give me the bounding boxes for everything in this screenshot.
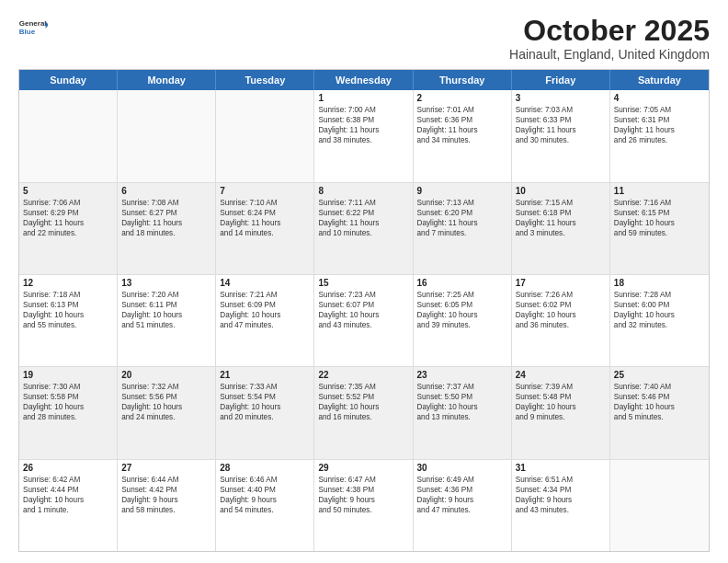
cell-line: Sunset: 6:22 PM	[318, 208, 408, 218]
day-cell-13: 13Sunrise: 7:20 AMSunset: 6:11 PMDayligh…	[118, 275, 216, 366]
weekday-header-thursday: Thursday	[414, 70, 512, 90]
cell-line: Sunset: 6:29 PM	[23, 208, 113, 218]
day-number-3: 3	[516, 93, 606, 103]
cell-line: Daylight: 11 hours	[318, 218, 408, 228]
day-cell-1: 1Sunrise: 7:00 AMSunset: 6:38 PMDaylight…	[314, 90, 413, 181]
cell-line: Sunrise: 7:05 AM	[614, 105, 705, 115]
cell-line: Sunset: 6:31 PM	[614, 115, 705, 125]
cell-line: Sunrise: 6:51 AM	[516, 475, 606, 485]
cell-line: Sunrise: 7:35 AM	[318, 382, 408, 392]
cell-line: and 22 minutes.	[23, 228, 113, 238]
page: General Blue October 2025 Hainault, Engl…	[0, 0, 728, 563]
cell-line: and 39 minutes.	[417, 320, 507, 330]
cell-line: Daylight: 9 hours	[516, 495, 606, 505]
cell-line: Sunrise: 7:01 AM	[417, 105, 507, 115]
cell-line: Daylight: 10 hours	[516, 402, 606, 412]
cell-line: Sunset: 4:40 PM	[220, 485, 310, 495]
cell-line: Sunset: 5:50 PM	[417, 392, 507, 402]
cell-line: Sunrise: 7:25 AM	[417, 290, 507, 300]
cell-line: Daylight: 10 hours	[614, 218, 705, 228]
cell-line: Sunrise: 7:15 AM	[516, 198, 606, 208]
cell-line: Daylight: 10 hours	[417, 310, 507, 320]
cell-line: Sunset: 6:24 PM	[220, 208, 310, 218]
day-cell-26: 26Sunrise: 6:42 AMSunset: 4:44 PMDayligh…	[19, 460, 118, 551]
cell-line: Daylight: 11 hours	[318, 125, 408, 135]
day-number-10: 10	[516, 186, 606, 196]
day-cell-6: 6Sunrise: 7:08 AMSunset: 6:27 PMDaylight…	[118, 183, 216, 274]
day-cell-7: 7Sunrise: 7:10 AMSunset: 6:24 PMDaylight…	[216, 183, 314, 274]
day-number-29: 29	[318, 463, 408, 473]
day-cell-8: 8Sunrise: 7:11 AMSunset: 6:22 PMDaylight…	[314, 183, 413, 274]
cell-line: and 54 minutes.	[220, 505, 310, 515]
cell-line: Sunrise: 6:42 AM	[23, 475, 113, 485]
day-cell-24: 24Sunrise: 7:39 AMSunset: 5:48 PMDayligh…	[512, 367, 610, 458]
cell-line: Sunset: 4:44 PM	[23, 485, 113, 495]
cell-line: Daylight: 10 hours	[121, 310, 211, 320]
day-cell-2: 2Sunrise: 7:01 AMSunset: 6:36 PMDaylight…	[414, 90, 512, 181]
cell-line: and 59 minutes.	[614, 228, 705, 238]
cell-line: and 18 minutes.	[121, 228, 211, 238]
day-cell-3: 3Sunrise: 7:03 AMSunset: 6:33 PMDaylight…	[512, 90, 610, 181]
location: Hainault, England, United Kingdom	[509, 47, 710, 62]
cell-line: Sunrise: 7:33 AM	[220, 382, 310, 392]
day-cell-18: 18Sunrise: 7:28 AMSunset: 6:00 PMDayligh…	[610, 275, 709, 366]
day-cell-27: 27Sunrise: 6:44 AMSunset: 4:42 PMDayligh…	[118, 460, 216, 551]
day-number-18: 18	[614, 278, 705, 288]
cell-line: Daylight: 10 hours	[23, 495, 113, 505]
cell-line: Sunset: 6:05 PM	[417, 300, 507, 310]
cell-line: Sunrise: 7:20 AM	[121, 290, 211, 300]
cell-line: Sunrise: 7:13 AM	[417, 198, 507, 208]
cell-line: Sunrise: 7:32 AM	[121, 382, 211, 392]
day-number-22: 22	[318, 370, 408, 380]
cell-line: and 30 minutes.	[516, 135, 606, 145]
day-cell-11: 11Sunrise: 7:16 AMSunset: 6:15 PMDayligh…	[610, 183, 709, 274]
calendar-row-2: 5Sunrise: 7:06 AMSunset: 6:29 PMDaylight…	[19, 183, 709, 275]
day-cell-29: 29Sunrise: 6:47 AMSunset: 4:38 PMDayligh…	[314, 460, 413, 551]
day-number-25: 25	[614, 370, 705, 380]
cell-line: and 5 minutes.	[614, 412, 705, 422]
cell-line: Sunrise: 7:16 AM	[614, 198, 705, 208]
cell-line: Daylight: 9 hours	[220, 495, 310, 505]
day-number-26: 26	[23, 463, 113, 473]
cell-line: and 24 minutes.	[121, 412, 211, 422]
cell-line: Sunrise: 7:08 AM	[121, 198, 211, 208]
weekday-header-saturday: Saturday	[610, 70, 709, 90]
cell-line: and 9 minutes.	[516, 412, 606, 422]
cell-line: and 32 minutes.	[614, 320, 705, 330]
cell-line: Sunset: 5:56 PM	[121, 392, 211, 402]
cell-line: Sunset: 6:02 PM	[516, 300, 606, 310]
calendar-header: SundayMondayTuesdayWednesdayThursdayFrid…	[19, 70, 709, 90]
cell-line: Sunset: 6:27 PM	[121, 208, 211, 218]
cell-line: and 13 minutes.	[417, 412, 507, 422]
cell-line: Sunset: 6:15 PM	[614, 208, 705, 218]
cell-line: Sunset: 4:38 PM	[318, 485, 408, 495]
day-number-20: 20	[121, 370, 211, 380]
day-number-5: 5	[23, 186, 113, 196]
day-number-19: 19	[23, 370, 113, 380]
calendar-body: 1Sunrise: 7:00 AMSunset: 6:38 PMDaylight…	[19, 90, 709, 551]
cell-line: and 10 minutes.	[318, 228, 408, 238]
cell-line: Daylight: 10 hours	[318, 310, 408, 320]
header: General Blue October 2025 Hainault, Engl…	[18, 15, 710, 62]
day-cell-12: 12Sunrise: 7:18 AMSunset: 6:13 PMDayligh…	[19, 275, 118, 366]
day-number-30: 30	[417, 463, 507, 473]
cell-line: Daylight: 10 hours	[516, 310, 606, 320]
day-number-27: 27	[121, 463, 211, 473]
cell-line: Sunset: 6:36 PM	[417, 115, 507, 125]
weekday-header-monday: Monday	[118, 70, 216, 90]
cell-line: Daylight: 10 hours	[23, 310, 113, 320]
cell-line: and 26 minutes.	[614, 135, 705, 145]
cell-line: and 16 minutes.	[318, 412, 408, 422]
cell-line: Sunrise: 7:40 AM	[614, 382, 705, 392]
cell-line: Sunset: 6:09 PM	[220, 300, 310, 310]
cell-line: Sunrise: 7:23 AM	[318, 290, 408, 300]
cell-line: Daylight: 10 hours	[614, 402, 705, 412]
cell-line: Daylight: 10 hours	[23, 402, 113, 412]
day-number-17: 17	[516, 278, 606, 288]
day-number-11: 11	[614, 186, 705, 196]
cell-line: and 55 minutes.	[23, 320, 113, 330]
cell-line: and 7 minutes.	[417, 228, 507, 238]
cell-line: Daylight: 11 hours	[516, 125, 606, 135]
day-number-16: 16	[417, 278, 507, 288]
day-cell-4: 4Sunrise: 7:05 AMSunset: 6:31 PMDaylight…	[610, 90, 709, 181]
